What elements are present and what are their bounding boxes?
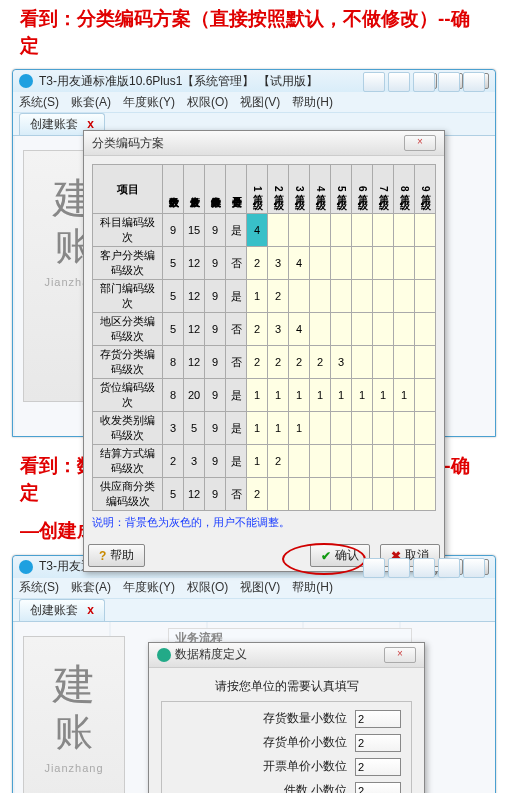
level-cell[interactable]: 2: [247, 346, 268, 379]
level-cell[interactable]: 1: [289, 412, 310, 445]
level-cell[interactable]: [415, 346, 436, 379]
tab-close-icon[interactable]: x: [87, 603, 94, 617]
level-cell[interactable]: [415, 445, 436, 478]
level-cell[interactable]: [352, 445, 373, 478]
level-cell[interactable]: 1: [247, 412, 268, 445]
level-cell[interactable]: [331, 313, 352, 346]
level-cell[interactable]: [373, 313, 394, 346]
level-cell[interactable]: 2: [268, 346, 289, 379]
level-cell[interactable]: 2: [289, 346, 310, 379]
toolbar-button[interactable]: [463, 558, 485, 578]
menu-year[interactable]: 年度账(Y): [123, 579, 175, 596]
level-cell[interactable]: [394, 313, 415, 346]
level-cell[interactable]: [415, 412, 436, 445]
menu-year[interactable]: 年度账(Y): [123, 94, 175, 111]
level-cell[interactable]: [310, 214, 331, 247]
level-cell[interactable]: [394, 214, 415, 247]
menu-view[interactable]: 视图(V): [240, 579, 280, 596]
toolbar-button[interactable]: [413, 72, 435, 92]
menu-help[interactable]: 帮助(H): [292, 94, 333, 111]
level-cell[interactable]: [352, 280, 373, 313]
precision-input[interactable]: [355, 710, 401, 728]
level-cell[interactable]: [394, 445, 415, 478]
level-cell[interactable]: [352, 346, 373, 379]
toolbar-button[interactable]: [388, 558, 410, 578]
level-cell[interactable]: 1: [247, 445, 268, 478]
level-cell[interactable]: [289, 280, 310, 313]
level-cell[interactable]: 1: [247, 280, 268, 313]
dialog-close-button[interactable]: ×: [384, 647, 416, 663]
level-cell[interactable]: [352, 412, 373, 445]
menu-help[interactable]: 帮助(H): [292, 579, 333, 596]
level-cell[interactable]: [268, 478, 289, 511]
level-cell[interactable]: 1: [373, 379, 394, 412]
help-button[interactable]: ? 帮助: [88, 544, 145, 567]
level-cell[interactable]: 1: [247, 379, 268, 412]
level-cell[interactable]: [415, 478, 436, 511]
level-cell[interactable]: [331, 478, 352, 511]
level-cell[interactable]: [352, 313, 373, 346]
level-cell[interactable]: [331, 247, 352, 280]
level-cell[interactable]: [310, 412, 331, 445]
level-cell[interactable]: 2: [268, 280, 289, 313]
level-cell[interactable]: [415, 379, 436, 412]
ok-button[interactable]: ✔ 确认: [310, 544, 370, 567]
level-cell[interactable]: [415, 247, 436, 280]
level-cell[interactable]: [394, 478, 415, 511]
level-cell[interactable]: 2: [247, 247, 268, 280]
level-cell[interactable]: [331, 412, 352, 445]
toolbar-button[interactable]: [363, 558, 385, 578]
menu-view[interactable]: 视图(V): [240, 94, 280, 111]
menu-system[interactable]: 系统(S): [19, 94, 59, 111]
level-cell[interactable]: [331, 214, 352, 247]
tab-create-account[interactable]: 创建账套 x: [19, 599, 105, 621]
level-cell[interactable]: [289, 445, 310, 478]
level-cell[interactable]: 3: [268, 247, 289, 280]
toolbar-button[interactable]: [413, 558, 435, 578]
menu-account[interactable]: 账套(A): [71, 579, 111, 596]
level-cell[interactable]: [394, 412, 415, 445]
level-cell[interactable]: [394, 346, 415, 379]
menu-perm[interactable]: 权限(O): [187, 579, 228, 596]
level-cell[interactable]: [289, 214, 310, 247]
level-cell[interactable]: [331, 280, 352, 313]
toolbar-button[interactable]: [388, 72, 410, 92]
level-cell[interactable]: 2: [247, 313, 268, 346]
level-cell[interactable]: 2: [268, 445, 289, 478]
level-cell[interactable]: [394, 280, 415, 313]
level-cell[interactable]: 1: [289, 379, 310, 412]
precision-input[interactable]: [355, 758, 401, 776]
level-cell[interactable]: [373, 346, 394, 379]
level-cell[interactable]: [415, 280, 436, 313]
level-cell[interactable]: [310, 247, 331, 280]
toolbar-button[interactable]: [438, 72, 460, 92]
menu-system[interactable]: 系统(S): [19, 579, 59, 596]
toolbar-button[interactable]: [463, 72, 485, 92]
level-cell[interactable]: 1: [394, 379, 415, 412]
toolbar-button[interactable]: [363, 72, 385, 92]
level-cell[interactable]: 4: [289, 247, 310, 280]
level-cell[interactable]: [268, 214, 289, 247]
menu-account[interactable]: 账套(A): [71, 94, 111, 111]
level-cell[interactable]: 4: [289, 313, 310, 346]
level-cell[interactable]: 3: [268, 313, 289, 346]
level-cell[interactable]: 3: [331, 346, 352, 379]
dialog-close-button[interactable]: ×: [404, 135, 436, 151]
level-cell[interactable]: [310, 445, 331, 478]
level-cell[interactable]: [373, 247, 394, 280]
precision-input[interactable]: [355, 734, 401, 752]
level-cell[interactable]: 1: [331, 379, 352, 412]
level-cell[interactable]: [352, 214, 373, 247]
level-cell[interactable]: [373, 280, 394, 313]
level-cell[interactable]: [373, 214, 394, 247]
level-cell[interactable]: [415, 214, 436, 247]
level-cell[interactable]: [373, 445, 394, 478]
level-cell[interactable]: [310, 313, 331, 346]
level-cell[interactable]: 1: [310, 379, 331, 412]
level-cell[interactable]: [373, 412, 394, 445]
level-cell[interactable]: 4: [247, 214, 268, 247]
level-cell[interactable]: [394, 247, 415, 280]
level-cell[interactable]: 2: [247, 478, 268, 511]
toolbar-button[interactable]: [438, 558, 460, 578]
level-cell[interactable]: 1: [268, 379, 289, 412]
